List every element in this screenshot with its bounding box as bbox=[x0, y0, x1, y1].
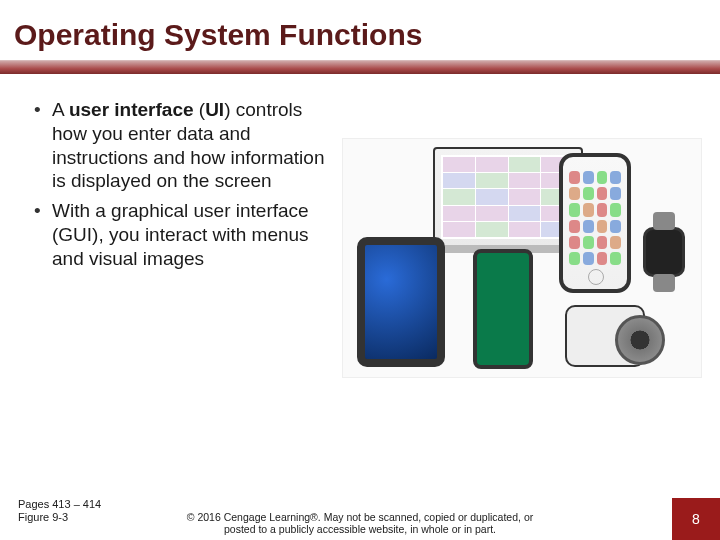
smartwatch-icon bbox=[643, 227, 685, 277]
text: ( bbox=[194, 99, 206, 120]
bullet-list: A user interface (UI) controls how you e… bbox=[32, 98, 332, 378]
text: A bbox=[52, 99, 69, 120]
bold-text: UI bbox=[205, 99, 224, 120]
text: With a graphical user interface (GUI), y… bbox=[52, 200, 309, 269]
phone-icon bbox=[473, 249, 533, 369]
bullet-item: With a graphical user interface (GUI), y… bbox=[32, 199, 332, 270]
accent-bar bbox=[0, 60, 720, 74]
bullet-item: A user interface (UI) controls how you e… bbox=[32, 98, 332, 193]
smartphone-icon bbox=[559, 153, 631, 293]
figure-ref: Figure 9-3 bbox=[18, 511, 101, 524]
slide-title: Operating System Functions bbox=[14, 18, 706, 52]
page-number: 8 bbox=[672, 498, 720, 540]
copyright-text: © 2016 Cengage Learning®. May not be sca… bbox=[180, 511, 540, 536]
bold-text: user interface bbox=[69, 99, 194, 120]
devices-image bbox=[342, 138, 702, 378]
pages-ref: Pages 413 – 414 bbox=[18, 498, 101, 511]
footer-references: Pages 413 – 414 Figure 9-3 bbox=[18, 498, 101, 524]
tablet-icon bbox=[357, 237, 445, 367]
camera-icon bbox=[565, 305, 645, 367]
